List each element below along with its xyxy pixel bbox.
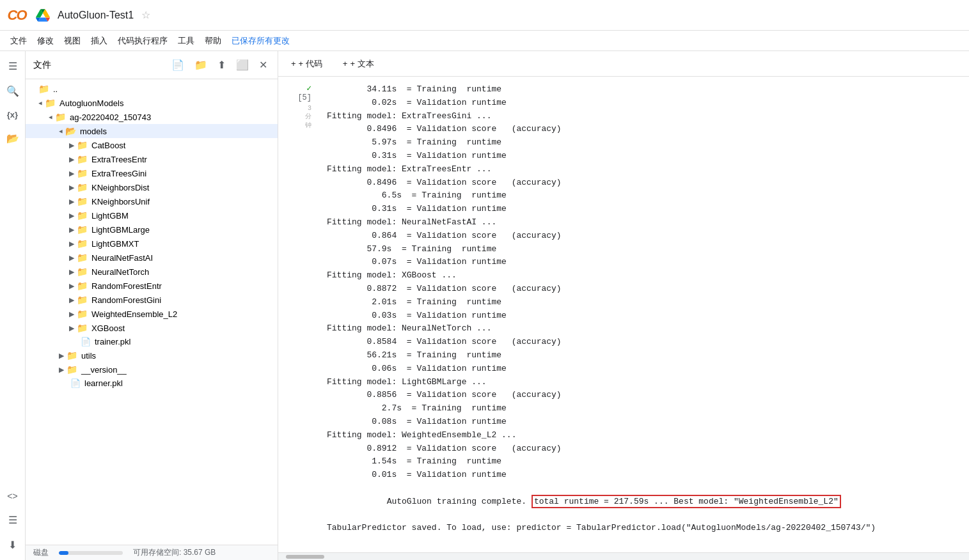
output-line: Fitting model: ExtraTreesGini ... bbox=[327, 110, 959, 123]
menu-tools[interactable]: 工具 bbox=[178, 35, 194, 47]
download-icon[interactable]: ⬇ bbox=[4, 535, 20, 555]
add-code-button[interactable]: + + 代码 bbox=[286, 56, 327, 72]
arrow-right-icon: ▶ bbox=[69, 324, 74, 332]
tree-item-neuralnettorch[interactable]: ▶ 📁 NeuralNetTorch bbox=[26, 265, 278, 279]
output-line: 6.5s = Training runtime bbox=[327, 189, 959, 203]
tree-item-xgboost[interactable]: ▶ 📁 XGBoost bbox=[26, 321, 278, 335]
output-line: 0.02s = Validation runtime bbox=[327, 97, 959, 110]
tree-item-utils[interactable]: ▶ 📁 utils bbox=[26, 348, 278, 362]
horizontal-scrollbar[interactable] bbox=[278, 552, 969, 560]
menu-runtime[interactable]: 代码执行程序 bbox=[118, 35, 168, 47]
output-line: 0.864 = Validation score (accuracy) bbox=[327, 229, 959, 243]
tree-item-models[interactable]: ▾ 📂 models bbox=[26, 124, 278, 138]
sidebar-new-folder-icon[interactable]: 📁 bbox=[192, 58, 210, 72]
variable-icon[interactable]: {x} bbox=[3, 106, 22, 123]
folder-icon: 📁 bbox=[77, 224, 88, 235]
tree-item-dotdot[interactable]: 📁 .. bbox=[26, 82, 278, 96]
code-icon[interactable]: <> bbox=[3, 487, 21, 505]
tree-item-weightedensemble[interactable]: ▶ 📁 WeightedEnsemble_L2 bbox=[26, 307, 278, 321]
file-icon: 📄 bbox=[70, 378, 81, 388]
sidebar-window-icon[interactable]: ⬜ bbox=[233, 58, 251, 72]
output-line: Fitting model: LightGBMLarge ... bbox=[327, 376, 959, 389]
tree-item-autogluonmodels[interactable]: ▾ 📁 AutogluonModels bbox=[26, 96, 278, 110]
tree-item-catboost[interactable]: ▶ 📁 CatBoost bbox=[26, 138, 278, 152]
folder-icon: 📁 bbox=[77, 182, 88, 192]
star-icon[interactable]: ☆ bbox=[141, 9, 150, 21]
files-icon[interactable]: 📂 bbox=[3, 128, 23, 148]
cell-time: 3分钟 bbox=[283, 105, 311, 130]
sidebar-header: 文件 📄 📁 ⬆ ⬜ ✕ bbox=[26, 51, 278, 79]
tree-item-ag[interactable]: ▾ 📁 ag-20220402_150743 bbox=[26, 110, 278, 124]
tree-item-kneighborsunif[interactable]: ▶ 📁 KNeighborsUnif bbox=[26, 194, 278, 208]
folder-icon: 📁 bbox=[77, 295, 88, 305]
output-line: 57.9s = Training runtime bbox=[327, 243, 959, 256]
topbar: CO AutoGluon-Test1 ☆ bbox=[0, 0, 969, 31]
output-line: 0.31s = Validation runtime bbox=[327, 150, 959, 163]
tree-item-randomforestgini[interactable]: ▶ 📁 RandomForestGini bbox=[26, 293, 278, 307]
sidebar-close-icon[interactable]: ✕ bbox=[256, 58, 270, 72]
folder-icon: 📁 bbox=[77, 210, 88, 221]
folder-icon: 📁 bbox=[38, 84, 49, 94]
folder-icon: 📁 bbox=[77, 309, 88, 319]
output-line: 0.8912 = Validation score (accuracy) bbox=[327, 442, 959, 456]
output-line: 2.7s = Training runtime bbox=[327, 402, 959, 416]
menu-edit[interactable]: 修改 bbox=[37, 35, 54, 47]
sidebar-upload-icon[interactable]: ⬆ bbox=[215, 58, 228, 72]
folder-icon: 📁 bbox=[77, 253, 88, 263]
output-line: 0.8496 = Validation score (accuracy) bbox=[327, 123, 959, 136]
menu-help[interactable]: 帮助 bbox=[205, 35, 221, 47]
arrow-right-icon: ▶ bbox=[69, 296, 74, 304]
output-line: 0.31s = Validation runtime bbox=[327, 203, 959, 216]
tree-item-extratreesgini[interactable]: ▶ 📁 ExtraTreesGini bbox=[26, 166, 278, 180]
sidebar-title: 文件 bbox=[33, 59, 164, 71]
folder-icon: 📁 bbox=[77, 238, 88, 249]
output-final-line2: TabularPredictor saved. To load, use: pr… bbox=[327, 522, 959, 535]
arrow-down-icon: ▾ bbox=[57, 129, 65, 133]
tree-item-trainerpkl[interactable]: 📄 trainer.pkl bbox=[26, 335, 278, 348]
code-cell-5: ✓ [5] 3分钟 34.11s = Training runtime 0.02… bbox=[278, 82, 969, 536]
search-icon[interactable]: 🔍 bbox=[3, 81, 23, 101]
arrow-down-icon: ▾ bbox=[47, 115, 55, 119]
storage-label: 可用存储空间: 35.67 GB bbox=[133, 547, 216, 558]
menu-insert[interactable]: 插入 bbox=[91, 35, 107, 47]
tree-item-neuralnetfastai[interactable]: ▶ 📁 NeuralNetFastAI bbox=[26, 251, 278, 265]
list-icon[interactable]: ☰ bbox=[4, 510, 21, 530]
final-line-prefix: AutoGluon training complete. bbox=[387, 497, 532, 506]
tree-item-randomforestentr[interactable]: ▶ 📁 RandomForestEntr bbox=[26, 279, 278, 293]
folder-open-icon: 📂 bbox=[65, 126, 76, 136]
tree-item-lightgbmxt[interactable]: ▶ 📁 LightGBMXT bbox=[26, 237, 278, 251]
output-line: 0.8496 = Validation score (accuracy) bbox=[327, 176, 959, 190]
tree-item-version[interactable]: ▶ 📁 __version__ bbox=[26, 362, 278, 377]
tree-item-extratreesentr[interactable]: ▶ 📁 ExtraTreesEntr bbox=[26, 152, 278, 166]
saved-status[interactable]: 已保存所有更改 bbox=[232, 35, 290, 47]
tree-item-lightgbmlarge[interactable]: ▶ 📁 LightGBMLarge bbox=[26, 222, 278, 237]
tree-item-kneighborsdist[interactable]: ▶ 📁 KNeighborsDist bbox=[26, 180, 278, 194]
app-logo: CO bbox=[5, 4, 28, 27]
tree-item-lightgbm[interactable]: ▶ 📁 LightGBM bbox=[26, 208, 278, 222]
sidebar-new-file-icon[interactable]: 📄 bbox=[169, 58, 187, 72]
folder-icon: 📁 bbox=[77, 168, 88, 178]
add-text-label: + 文本 bbox=[350, 58, 374, 70]
cell-gutter: ✓ [5] 3分钟 bbox=[278, 82, 317, 536]
arrow-right-icon: ▶ bbox=[59, 366, 64, 374]
folder-icon: 📁 bbox=[45, 98, 56, 108]
output-line: 0.06s = Validation runtime bbox=[327, 362, 959, 376]
main-area: ☰ 🔍 {x} 📂 <> ☰ ⬇ 文件 📄 📁 ⬆ ⬜ ✕ 📁 .. bbox=[0, 51, 969, 560]
folder-icon: 📁 bbox=[77, 140, 88, 150]
add-text-button[interactable]: + + 文本 bbox=[338, 56, 379, 72]
menu-file[interactable]: 文件 bbox=[10, 35, 27, 47]
arrow-down-icon: ▾ bbox=[36, 101, 45, 105]
menu-view[interactable]: 视图 bbox=[64, 35, 81, 47]
arrow-right-icon: ▶ bbox=[69, 268, 74, 276]
output-line: Fitting model: WeightedEnsemble_L2 ... bbox=[327, 429, 959, 442]
plus-text-icon: + bbox=[343, 59, 348, 68]
drive-icon bbox=[36, 8, 50, 22]
output-final-line: AutoGluon training complete. total runti… bbox=[327, 482, 959, 522]
hamburger-icon[interactable]: ☰ bbox=[4, 56, 21, 76]
code-content[interactable]: ✓ [5] 3分钟 34.11s = Training runtime 0.02… bbox=[278, 77, 969, 552]
output-line: 1.54s = Training runtime bbox=[327, 455, 959, 469]
folder-icon: 📁 bbox=[77, 323, 88, 333]
scroll-thumb[interactable] bbox=[286, 555, 324, 559]
arrow-right-icon: ▶ bbox=[69, 282, 74, 290]
tree-item-learnerpkl[interactable]: 📄 learner.pkl bbox=[26, 377, 278, 390]
